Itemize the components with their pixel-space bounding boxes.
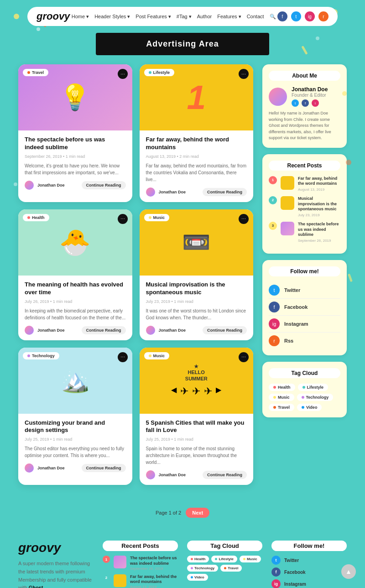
nav-contact[interactable]: Contact <box>247 14 264 19</box>
continue-reading-button[interactable]: Continue Reading <box>203 471 247 479</box>
nav-links: Home ▾ Header Styles ▾ Post Features ▾ #… <box>72 14 276 20</box>
recent-post-item: 1 Far far away, behind the word mountain… <box>269 176 340 192</box>
footer-instagram[interactable]: ig Instagram <box>271 579 347 588</box>
card-menu-button[interactable]: ⋯ <box>239 214 249 224</box>
nav-author[interactable]: Author <box>197 14 212 19</box>
footer-twitter-label: Twitter <box>284 558 299 563</box>
footer-recent-title[interactable]: The spectacle before us was indeed subli… <box>130 556 178 566</box>
card-tag[interactable]: Travel <box>23 69 48 76</box>
card-menu-button[interactable]: ⋯ <box>239 352 249 362</box>
card-tag[interactable]: Technology <box>23 352 59 359</box>
recent-post-info: The spectacle before us was indeed subli… <box>298 222 340 243</box>
author-name: Jonathan Doe <box>159 473 199 477</box>
footer-twitter[interactable]: t Twitter <box>271 556 347 565</box>
card-meta: August 13, 2019 • 2 min read <box>146 154 247 159</box>
footer-tag-music[interactable]: Music <box>240 556 261 562</box>
about-role: Founder & Editor <box>292 93 328 98</box>
instagram-nav-icon[interactable]: ig <box>305 11 315 21</box>
author-avatar <box>146 326 155 335</box>
card-tag[interactable]: Music <box>144 214 170 221</box>
tag-music[interactable]: Music <box>269 394 294 401</box>
twitter-nav-icon[interactable]: t <box>291 11 301 21</box>
recent-posts-widget: Recent Posts 1 Far far away, behind the … <box>262 154 347 254</box>
follow-title: Follow me! <box>269 266 340 276</box>
continue-reading-button[interactable]: Continue Reading <box>82 464 126 472</box>
rss-nav-icon[interactable]: r <box>318 11 328 21</box>
card-excerpt: Far far away, behind the word mountains,… <box>146 162 247 183</box>
tag-lifestyle[interactable]: Lifestyle <box>298 384 328 391</box>
recent-post-info: Far far away, behind the word mountains … <box>298 176 340 192</box>
card-meta: July 23, 2019 • 1 min read <box>146 299 247 304</box>
footer-description: A super modern theme following the lates… <box>18 560 94 588</box>
follow-instagram[interactable]: ig Instagram <box>269 316 340 333</box>
nav-tag[interactable]: #Tag ▾ <box>177 14 192 20</box>
instagram-icon[interactable]: i <box>312 99 319 107</box>
nav-features[interactable]: Features ▾ <box>217 14 241 20</box>
footer-tag-lifestyle[interactable]: Lifestyle <box>211 556 237 562</box>
continue-reading-button[interactable]: Continue Reading <box>203 188 247 196</box>
continue-reading-button[interactable]: Continue Reading <box>82 326 126 334</box>
footer-tag-health[interactable]: Health <box>187 556 209 562</box>
card-tag[interactable]: Health <box>23 214 49 221</box>
facebook-icon[interactable]: f <box>302 99 309 107</box>
author-name: Jonathan Doe <box>37 328 78 333</box>
follow-facebook[interactable]: f Facebook <box>269 299 340 316</box>
recent-post-number: 1 <box>269 176 277 184</box>
recent-post-title[interactable]: Musical improvisation is the spontaneous… <box>298 196 340 212</box>
tag-video[interactable]: Video <box>297 404 322 411</box>
facebook-follow-icon: f <box>269 302 280 312</box>
footer-tag-technology[interactable]: Technology <box>187 565 218 572</box>
card-tag[interactable]: Music <box>144 352 170 359</box>
footer-facebook[interactable]: f Facebook <box>271 567 347 577</box>
card-excerpt: It was one of the worst storms to hit Lo… <box>146 307 247 321</box>
footer-logo[interactable]: groovy <box>18 541 94 555</box>
recent-post-title[interactable]: Far far away, behind the word mountains <box>298 176 340 187</box>
facebook-nav-icon[interactable]: f <box>277 11 287 21</box>
card-menu-button[interactable]: ⋯ <box>118 214 128 224</box>
author-avatar <box>25 181 34 190</box>
tag-cloud: Health Lifestyle Music Technology Travel… <box>269 384 340 411</box>
footer-tag-travel[interactable]: Travel <box>220 565 242 572</box>
author-avatar <box>146 187 155 197</box>
recent-post-info: Musical improvisation is the spontaneous… <box>298 196 340 217</box>
tag-label: Travel <box>32 70 44 75</box>
nav-post-features[interactable]: Post Features ▾ <box>136 14 171 20</box>
card-menu-button[interactable]: ⋯ <box>118 352 128 362</box>
recent-post-title[interactable]: The spectacle before us was indeed subli… <box>298 222 340 238</box>
card-excerpt: In keeping with the biomedical perspecti… <box>25 307 126 321</box>
card-title: 5 Spanish Cities that will make you fall… <box>146 419 247 435</box>
footer-tag-video[interactable]: Video <box>187 574 208 581</box>
site-logo[interactable]: groovy <box>36 10 70 22</box>
twitter-icon[interactable]: t <box>292 99 299 107</box>
tag-label: Health <box>32 215 45 220</box>
nav-header-styles[interactable]: Header Styles ▾ <box>94 14 130 20</box>
footer-follow-title: Follow me! <box>271 541 347 551</box>
tag-travel[interactable]: Travel <box>269 404 294 411</box>
nav-home[interactable]: Home ▾ <box>72 14 89 20</box>
card-excerpt: Welcome, it's great to have you here. We… <box>25 162 126 176</box>
card-excerpt: Spain is home to some of the most stunni… <box>146 445 247 466</box>
search-icon[interactable]: 🔍 <box>270 14 276 20</box>
footer-recent-title[interactable]: Far far away, behind the word mountains <box>130 574 178 585</box>
follow-facebook-label: Facebook <box>284 304 308 310</box>
continue-reading-button[interactable]: Continue Reading <box>203 326 247 334</box>
tag-technology[interactable]: Technology <box>297 394 334 401</box>
card-illustration: 🐣 <box>59 228 91 257</box>
card-tag[interactable]: Lifestyle <box>144 69 175 76</box>
tag-travel-label: Travel <box>278 405 290 410</box>
follow-twitter[interactable]: t Twitter <box>269 282 340 299</box>
footer-ghost-link[interactable]: Ghost <box>29 585 43 588</box>
footer-recent-date: August 13, 2019 <box>130 585 178 588</box>
continue-reading-button[interactable]: Continue Reading <box>82 181 126 189</box>
post-card: Health ⋯ 🐣 The meaning of health has evo… <box>18 209 132 340</box>
next-page-button[interactable]: Next <box>186 508 209 518</box>
scroll-to-top-button[interactable]: ▲ <box>341 564 356 579</box>
footer-top: groovy A super modern theme following th… <box>0 527 365 588</box>
post-card: Music ⋯ 📼 Musical improvisation is the s… <box>140 209 254 340</box>
tag-health[interactable]: Health <box>269 384 295 391</box>
follow-rss[interactable]: r Rss <box>269 333 340 349</box>
recent-post-item: 3 The spectacle before us was indeed sub… <box>269 222 340 243</box>
footer-follow: Follow me! t Twitter f Facebook ig Insta… <box>271 541 347 588</box>
card-menu-button[interactable]: ⋯ <box>239 69 249 79</box>
card-menu-button[interactable]: ⋯ <box>118 69 128 79</box>
